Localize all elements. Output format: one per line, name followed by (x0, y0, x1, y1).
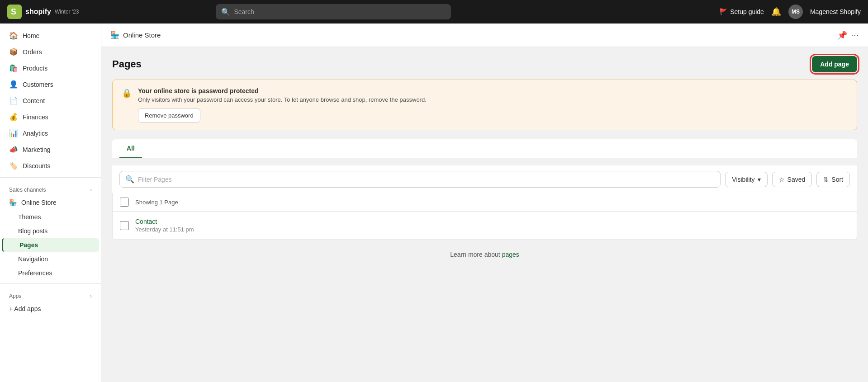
sidebar-item-discounts[interactable]: 🏷️Discounts (2, 158, 99, 174)
row-checkbox[interactable] (120, 221, 129, 230)
pages-link[interactable]: pages (502, 251, 519, 258)
orders-icon: 📦 (9, 47, 18, 56)
online-store-icon: 🏪 (9, 199, 17, 206)
expand-icon: › (90, 187, 92, 193)
discounts-icon: 🏷️ (9, 161, 18, 170)
flag-icon: 🚩 (720, 8, 727, 15)
main-content: 🏪 Online Store 📌 ⋯ Pages Add page 🔒 Your… (101, 24, 868, 382)
shopify-logo-icon: S (7, 5, 22, 19)
logo-area: S shopify Winter '23 (7, 5, 79, 19)
star-icon: ☆ (779, 176, 785, 183)
sidebar-item-analytics[interactable]: 📊Analytics (2, 125, 99, 141)
sidebar-sub-label: Blog posts (18, 227, 47, 235)
sidebar-item-label: Discounts (23, 162, 50, 170)
table-row[interactable]: Contact Yesterday at 11:51 pm (113, 212, 857, 240)
pin-icon[interactable]: 📌 (837, 30, 847, 40)
sidebar-item-customers[interactable]: 👤Customers (2, 76, 99, 92)
sidebar-item-online-store[interactable]: 🏪 Online Store (2, 195, 99, 210)
sort-button[interactable]: ⇅ Sort (816, 172, 850, 187)
sidebar-sub-item-navigation[interactable]: Navigation (2, 252, 99, 266)
sidebar-divider-2 (0, 283, 101, 284)
page-date: Yesterday at 11:51 pm (135, 226, 194, 233)
header-actions: 📌 ⋯ (837, 30, 859, 40)
visibility-filter-button[interactable]: Visibility ▾ (725, 172, 767, 187)
notification-bell-icon[interactable]: 🔔 (771, 7, 781, 17)
search-icon: 🔍 (221, 8, 230, 16)
filter-bar: 🔍 Visibility ▾ ☆ Saved ⇅ Sort (112, 165, 857, 193)
app-body: 🏠Home📦Orders🛍️Products👤Customers📄Content… (0, 24, 868, 382)
search-box[interactable]: 🔍 (216, 4, 451, 19)
lock-icon: 🔒 (122, 88, 132, 98)
sidebar-sub-label: Pages (19, 241, 38, 249)
sidebar-item-marketing[interactable]: 📣Marketing (2, 141, 99, 157)
sidebar-sub-item-blog-posts[interactable]: Blog posts (2, 224, 99, 238)
products-icon: 🛍️ (9, 64, 18, 72)
sidebar-item-label: Analytics (23, 130, 48, 137)
sidebar-item-label: Finances (23, 113, 48, 121)
page-content: Pages Add page 🔒 Your online store is pa… (101, 47, 868, 278)
banner-title: Your online store is password protected (138, 87, 848, 94)
store-name: Online Store (123, 31, 161, 39)
sidebar-sub-items: ThemesBlog postsPagesNavigationPreferenc… (0, 210, 101, 280)
sidebar-item-label: Home (23, 32, 39, 39)
version-badge: Winter '23 (55, 9, 79, 15)
search-input[interactable] (234, 8, 446, 15)
banner-description: Only visitors with your password can acc… (138, 96, 848, 103)
remove-password-button[interactable]: Remove password (138, 108, 200, 123)
sidebar-item-content[interactable]: 📄Content (2, 93, 99, 108)
sidebar-sub-label: Themes (18, 213, 41, 221)
sidebar-main-items: 🏠Home📦Orders🛍️Products👤Customers📄Content… (0, 28, 101, 174)
sidebar-item-products[interactable]: 🛍️Products (2, 60, 99, 76)
sidebar-item-home[interactable]: 🏠Home (2, 28, 99, 43)
customers-icon: 👤 (9, 80, 18, 89)
shopify-wordmark: shopify (25, 8, 51, 16)
page-header-bar: 🏪 Online Store 📌 ⋯ (101, 24, 868, 47)
chevron-down-icon: ▾ (758, 176, 761, 183)
sidebar-item-finances[interactable]: 💰Finances (2, 109, 99, 125)
filter-pages-input[interactable] (138, 176, 715, 183)
page-title-row: Pages Add page (112, 56, 857, 72)
sidebar-sub-item-pages[interactable]: Pages (2, 238, 99, 252)
add-page-button[interactable]: Add page (812, 56, 857, 72)
footer-text: Learn more about pages (112, 240, 857, 269)
sort-icon: ⇅ (823, 176, 829, 183)
banner-content: Your online store is password protected … (138, 87, 848, 123)
page-info: Contact Yesterday at 11:51 pm (135, 218, 194, 233)
finances-icon: 💰 (9, 113, 18, 121)
page-title: Pages (112, 58, 142, 70)
password-banner: 🔒 Your online store is password protecte… (112, 80, 857, 130)
store-icon: 🏪 (110, 31, 119, 39)
sidebar-sub-label: Navigation (18, 255, 48, 263)
user-name[interactable]: Magenest Shopify (810, 8, 861, 15)
sidebar-sub-label: Preferences (18, 269, 52, 277)
sales-channels-section: Sales channels › (0, 181, 101, 195)
top-navigation: S shopify Winter '23 🔍 🚩 Setup guide 🔔 M… (0, 0, 868, 24)
sidebar-divider (0, 177, 101, 178)
saved-filter-button[interactable]: ☆ Saved (772, 172, 812, 187)
pages-rows: Contact Yesterday at 11:51 pm (113, 212, 857, 240)
tab-all[interactable]: All (119, 139, 142, 158)
apps-section: Apps › (0, 288, 101, 301)
sidebar-item-label: Orders (23, 48, 42, 56)
more-options-icon[interactable]: ⋯ (851, 30, 859, 40)
avatar[interactable]: MS (788, 5, 803, 19)
page-title-cell: Contact (135, 218, 194, 225)
sidebar-item-label: Content (23, 97, 45, 104)
setup-guide-button[interactable]: 🚩 Setup guide (720, 8, 764, 15)
topnav-right: 🚩 Setup guide 🔔 MS Magenest Shopify (720, 5, 861, 19)
filter-search-icon: 🔍 (125, 175, 134, 184)
sidebar-sub-item-themes[interactable]: Themes (2, 210, 99, 224)
table-header-row: Showing 1 Page (113, 193, 857, 212)
sidebar-item-orders[interactable]: 📦Orders (2, 44, 99, 60)
filter-search[interactable]: 🔍 (119, 171, 721, 188)
select-all-checkbox[interactable] (120, 198, 129, 207)
svg-text:S: S (11, 7, 16, 16)
sidebar-item-add-apps[interactable]: + Add apps (2, 302, 99, 316)
apps-expand-icon: › (90, 293, 92, 299)
pages-table-section: All 🔍 Visibility ▾ ☆ Saved (112, 139, 857, 240)
sidebar-item-label: Customers (23, 81, 53, 88)
sidebar: 🏠Home📦Orders🛍️Products👤Customers📄Content… (0, 24, 101, 382)
sidebar-sub-item-preferences[interactable]: Preferences (2, 266, 99, 280)
analytics-icon: 📊 (9, 129, 18, 137)
pages-table: Showing 1 Page Contact Yesterday at 11:5… (112, 193, 857, 240)
